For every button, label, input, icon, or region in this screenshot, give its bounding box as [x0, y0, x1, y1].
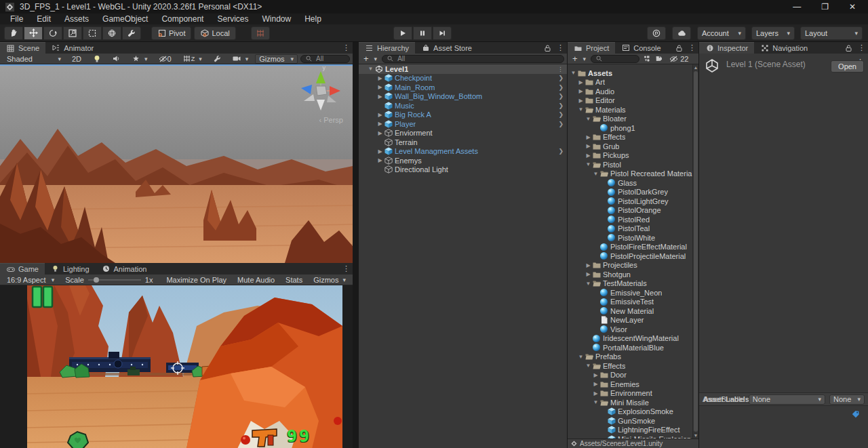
project-row[interactable]: ▼Pistol Recreated Materials	[568, 169, 692, 179]
prefab-open-chevron-icon[interactable]: ❯	[558, 148, 564, 155]
maximize-on-play-button[interactable]: Maximize On Play	[162, 275, 231, 285]
project-row[interactable]: ▶Door	[568, 371, 692, 380]
project-row[interactable]: PistolRed	[568, 215, 692, 224]
scene-audio-toggle[interactable]	[108, 54, 125, 64]
hierarchy-row[interactable]: ▶Level Managment Assets❯	[359, 147, 567, 157]
hand-tool-button[interactable]	[4, 26, 23, 40]
expander-closed-icon[interactable]: ▶	[592, 390, 599, 396]
project-row[interactable]: Mini-Missile Explosion	[568, 434, 692, 439]
2d-toggle-button[interactable]: 2D	[68, 54, 85, 64]
prefab-open-chevron-icon[interactable]: ❯	[558, 121, 564, 127]
project-row[interactable]: ExplosionSmoke	[568, 407, 692, 417]
prefab-open-chevron-icon[interactable]: ❯	[558, 102, 564, 109]
layout-dropdown[interactable]: Layout▾	[800, 26, 863, 40]
prefab-open-chevron-icon[interactable]: ❯	[558, 111, 564, 118]
prefab-open-chevron-icon[interactable]: ❯	[558, 93, 564, 100]
shading-mode-dropdown[interactable]: Shaded▾	[3, 54, 65, 64]
rect-tool-button[interactable]	[83, 26, 102, 40]
expander-closed-icon[interactable]: ▶	[376, 84, 384, 90]
project-row[interactable]: ▶Grub	[568, 142, 692, 151]
expander-open-icon[interactable]: ▼	[577, 106, 585, 113]
expander-closed-icon[interactable]: ▶	[577, 98, 585, 104]
label-tag-icon[interactable]	[654, 55, 663, 63]
project-row[interactable]: ▶Art	[568, 78, 692, 87]
expander-closed-icon[interactable]: ▶	[592, 372, 599, 378]
local-toggle-button[interactable]: Local	[194, 26, 235, 40]
menu-item-gameobject[interactable]: GameObject	[96, 14, 154, 24]
expander-open-icon[interactable]: ▼	[570, 70, 577, 76]
project-row[interactable]: PistolLightGrey	[568, 197, 692, 206]
prefab-open-chevron-icon[interactable]: ❯	[558, 75, 564, 81]
grid-snap-button[interactable]	[251, 26, 270, 40]
project-row[interactable]: LightningFireEffect	[568, 426, 692, 435]
scene-hidden-toggle[interactable]: 0	[155, 54, 176, 64]
scene-search-input[interactable]	[316, 55, 346, 62]
account-dropdown[interactable]: Account▾	[697, 26, 746, 40]
project-row[interactable]: ▼Effects	[568, 361, 692, 371]
tab-animator[interactable]: Animator	[45, 42, 100, 54]
project-row[interactable]: GunSmoke	[568, 416, 692, 426]
scene-grid-dropdown[interactable]: Z▾	[178, 54, 206, 64]
project-row[interactable]: ▶Editor	[568, 96, 692, 106]
project-row[interactable]: Visor	[568, 325, 692, 334]
project-add-dropdown[interactable]: +▾	[570, 54, 588, 64]
project-row[interactable]: PistolWhite	[568, 233, 692, 243]
expander-closed-icon[interactable]: ▶	[376, 112, 384, 118]
scroll-up-icon[interactable]: ▲	[693, 64, 698, 70]
play-button[interactable]	[393, 26, 412, 40]
expander-open-icon[interactable]: ▼	[592, 171, 599, 177]
expander-open-icon[interactable]: ▼	[585, 116, 592, 122]
expander-closed-icon[interactable]: ▶	[376, 75, 384, 81]
tab-lighting[interactable]: Lighting	[45, 263, 96, 274]
maximize-button[interactable]: ❐	[821, 2, 829, 12]
assetbundle-variant-dropdown[interactable]: None▾	[829, 394, 865, 405]
lock-icon[interactable]	[675, 44, 684, 52]
expander-closed-icon[interactable]: ▶	[592, 381, 599, 387]
project-row[interactable]: ▼Assets	[568, 68, 692, 78]
lock-icon[interactable]	[543, 44, 552, 52]
project-search-box[interactable]	[591, 55, 639, 63]
scene-viewport[interactable]: y ‹ Persp	[0, 64, 353, 263]
project-row[interactable]: Emissive_Neon	[568, 288, 692, 298]
tab-navigation[interactable]: Navigation	[754, 42, 814, 54]
menu-item-services[interactable]: Services	[211, 14, 254, 24]
tab-game[interactable]: Game	[0, 263, 45, 274]
expander-closed-icon[interactable]: ▶	[376, 94, 384, 100]
scale-slider-knob[interactable]	[94, 277, 99, 283]
scene-lighting-toggle[interactable]	[88, 54, 105, 64]
aspect-ratio-dropdown[interactable]: 16:9 Aspect▾	[3, 275, 58, 285]
scene-search-box[interactable]	[300, 55, 350, 63]
hierarchy-row[interactable]: ▶Enemys	[359, 156, 567, 165]
project-row[interactable]: ▶Pickups	[568, 151, 692, 161]
project-menu-kebab-icon[interactable]: ⋮	[688, 43, 696, 52]
expander-open-icon[interactable]: ▼	[585, 363, 592, 369]
tab-scene[interactable]: Scene	[0, 42, 45, 54]
menu-item-window[interactable]: Window	[256, 14, 297, 24]
menu-item-help[interactable]: Help	[298, 14, 328, 24]
project-row[interactable]: EmissiveTest	[568, 298, 692, 307]
scrollbar-thumb[interactable]	[694, 71, 698, 432]
project-row[interactable]: ▼TestMaterials	[568, 279, 692, 289]
project-hidden-toggle[interactable]: 22	[665, 54, 692, 64]
hierarchy-add-dropdown[interactable]: +▾	[361, 54, 379, 64]
hierarchy-row[interactable]: Terrain	[359, 138, 567, 147]
project-row[interactable]: NewLayer	[568, 316, 692, 325]
tab-animation[interactable]: Animation	[96, 263, 153, 274]
project-row[interactable]: ▼Materials	[568, 105, 692, 115]
scene-effects-dropdown[interactable]: ▾	[127, 54, 152, 64]
persp-mode-label[interactable]: ‹ Persp	[319, 116, 343, 124]
scroll-down-icon[interactable]: ▼	[693, 432, 698, 439]
pause-button[interactable]	[413, 26, 432, 40]
project-row[interactable]: PistolFireEffectMaterial	[568, 243, 692, 252]
scale-slider-track[interactable]	[88, 279, 141, 281]
rotate-tool-button[interactable]	[43, 26, 62, 40]
game-menu-kebab-icon[interactable]: ⋮	[342, 264, 350, 273]
expander-closed-icon[interactable]: ▶	[376, 148, 384, 155]
project-row[interactable]: ▶Shotgun	[568, 270, 692, 279]
menu-item-edit[interactable]: Edit	[31, 14, 57, 24]
project-row[interactable]: Glass	[568, 178, 692, 188]
close-button[interactable]: ✕	[849, 2, 856, 12]
tab-console[interactable]: Console	[615, 42, 667, 54]
tab-hierarchy[interactable]: Hierarchy	[359, 42, 415, 54]
hierarchy-row[interactable]: Music❯	[359, 101, 567, 110]
